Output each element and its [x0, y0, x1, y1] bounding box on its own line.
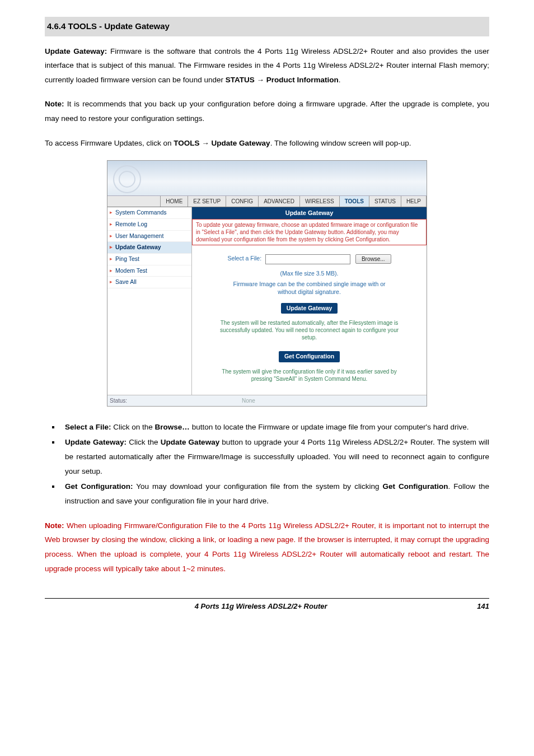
- p3-tools: TOOLS: [174, 139, 202, 147]
- tab-spacer: [107, 196, 161, 207]
- p3-update-gateway: Update Gateway: [209, 139, 270, 147]
- tab-status[interactable]: STATUS: [369, 196, 401, 207]
- p1-end: .: [339, 76, 341, 84]
- red-note-lead: Note:: [45, 521, 64, 530]
- sidebar-item-update-gateway[interactable]: Update Gateway: [107, 242, 191, 254]
- p1-bold-productinfo: Product Information: [264, 76, 339, 84]
- get-configuration-button[interactable]: Get Configuration: [279, 351, 340, 362]
- screenshot-header: [107, 161, 427, 196]
- bullet-list: Select a File: Click on the Browse… butt…: [45, 420, 489, 508]
- page-footer: 4 Ports 11g Wireless ADSL2/2+ Router 141: [45, 598, 489, 614]
- sidebar-item-system-commands[interactable]: System Commands: [107, 207, 191, 219]
- bullet-text: button to locate the Firmware or update …: [190, 423, 469, 431]
- info-restart: The system will be restarted automatical…: [214, 319, 405, 341]
- arrow-icon: →: [202, 139, 209, 147]
- file-input[interactable]: [265, 254, 350, 264]
- info-image-combined: Firmware Image can be the combined singl…: [231, 281, 388, 296]
- tab-help[interactable]: HELP: [401, 196, 427, 207]
- sidebar-item-user-management[interactable]: User Management: [107, 231, 191, 242]
- p2-body: It is recommends that you back up your c…: [45, 100, 489, 123]
- arrow-icon: →: [256, 76, 264, 84]
- sidebar: System Commands Remote Log User Manageme…: [107, 207, 192, 395]
- footer-page-number: 141: [477, 600, 489, 614]
- sidebar-item-modem-test[interactable]: Modem Test: [107, 265, 191, 277]
- lead-update-gateway: Update Gateway:: [45, 47, 107, 55]
- red-note-body: When uploading Firmware/Configuration Fi…: [45, 521, 489, 573]
- bullet-lead: Select a File:: [65, 423, 111, 431]
- file-select-row: Select a File: Browse...: [203, 254, 415, 264]
- bullet-text: Click on the: [111, 423, 155, 431]
- main-panel: Update Gateway To update your gateway fi…: [192, 207, 427, 395]
- paragraph-access: To access Firmware Updates, click on TOO…: [45, 136, 489, 151]
- panel-title: Update Gateway: [192, 207, 427, 218]
- bullet-text: Click the: [127, 438, 161, 446]
- sidebar-item-ping-test[interactable]: Ping Test: [107, 254, 191, 265]
- bullet-bold: Get Configuration: [382, 482, 448, 491]
- logo-swirl-icon: [113, 165, 141, 193]
- p1-bold-status: STATUS: [226, 76, 257, 84]
- tab-home[interactable]: HOME: [161, 196, 188, 207]
- p3-post: . The following window screen will pop-u…: [270, 139, 411, 147]
- tab-ez-setup[interactable]: EZ SETUP: [188, 196, 226, 207]
- paragraph-note: Note: It is recommends that you back up …: [45, 97, 489, 125]
- sidebar-item-remote-log[interactable]: Remote Log: [107, 219, 191, 231]
- bullet-select-file: Select a File: Click on the Browse… butt…: [60, 420, 489, 435]
- bullet-get-configuration: Get Configuration: You may download your…: [60, 479, 489, 508]
- bullet-bold: Update Gateway: [161, 438, 220, 446]
- tab-wireless[interactable]: WIRELESS: [300, 196, 340, 207]
- p3-pre: To access Firmware Updates, click on: [45, 139, 174, 147]
- bullet-bold: Browse…: [155, 423, 190, 431]
- bullet-text: You may download your configuration file…: [133, 482, 383, 491]
- top-tabs: HOME EZ SETUP CONFIG ADVANCED WIRELESS T…: [107, 196, 427, 207]
- update-gateway-button[interactable]: Update Gateway: [281, 303, 338, 314]
- bullet-update-gateway: Update Gateway: Click the Update Gateway…: [60, 435, 489, 478]
- tab-tools[interactable]: TOOLS: [340, 196, 369, 207]
- file-select-label: Select a File:: [227, 255, 261, 262]
- info-max-size: (Max file size 3.5 MB).: [231, 270, 388, 278]
- sidebar-item-save-all[interactable]: Save All: [107, 277, 191, 288]
- status-bar: Status: None: [107, 395, 427, 406]
- browse-button[interactable]: Browse...: [355, 254, 391, 264]
- status-label: Status:: [110, 397, 191, 404]
- tab-config[interactable]: CONFIG: [226, 196, 259, 207]
- bullet-lead: Get Configuration:: [65, 482, 133, 491]
- bullet-lead: Update Gateway:: [65, 438, 127, 446]
- tab-advanced[interactable]: ADVANCED: [259, 196, 300, 207]
- screenshot: HOME EZ SETUP CONFIG ADVANCED WIRELESS T…: [107, 160, 427, 407]
- footer-title: 4 Ports 11g Wireless ADSL2/2+ Router: [195, 600, 327, 614]
- lead-note: Note:: [45, 100, 64, 108]
- red-note: Note: When uploading Firmware/Configurat…: [45, 519, 489, 576]
- section-title: 4.6.4 TOOLS - Update Gateway: [45, 17, 489, 36]
- paragraph-update-gateway: Update Gateway: Firmware is the software…: [45, 44, 489, 87]
- status-value: None: [191, 397, 424, 404]
- info-saveall: The system will give the configuration f…: [214, 368, 405, 382]
- warning-box: To update your gateway firmware, choose …: [192, 219, 427, 245]
